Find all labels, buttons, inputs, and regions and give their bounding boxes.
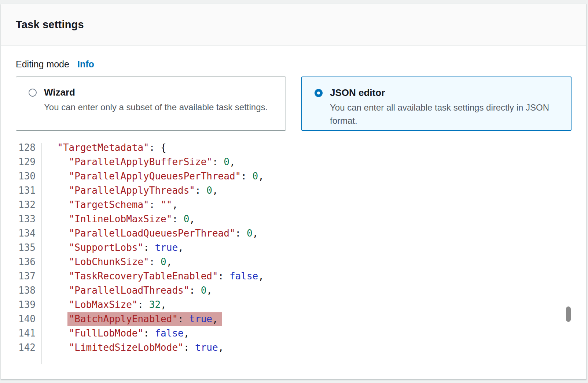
task-settings-panel: Task settings Editing mode Info Wizard Y… <box>1 4 587 379</box>
line-number: 141 <box>1 326 41 341</box>
line-number: 129 <box>1 155 41 169</box>
json-editor-option-label: JSON editor <box>330 87 385 98</box>
line-number: 132 <box>1 198 41 212</box>
line-number: 131 <box>1 183 41 198</box>
code-line: 137 "TaskRecoveryTableEnabled": false, <box>1 269 586 283</box>
line-number: 136 <box>1 255 41 269</box>
wizard-option-label: Wizard <box>44 87 75 98</box>
wizard-option-head: Wizard <box>29 87 286 98</box>
editing-mode-row: Editing mode Info <box>16 59 572 70</box>
info-link[interactable]: Info <box>77 59 94 70</box>
code-line: 129 "ParallelApplyBufferSize": 0, <box>1 155 586 169</box>
json-editor-content: 128 "TargetMetadata": {129 "ParallelAppl… <box>1 141 586 355</box>
highlighted-code: "BatchApplyEnabled": true, <box>67 312 222 326</box>
line-number: 130 <box>1 169 41 183</box>
editing-mode-options: Wizard You can enter only a subset of th… <box>16 77 572 131</box>
line-number: 128 <box>1 141 41 155</box>
json-editor-option-description: You can enter all available task setting… <box>330 101 557 127</box>
code-line: 140 "BatchApplyEnabled": true, <box>1 312 586 326</box>
json-code-editor[interactable]: 128 "TargetMetadata": {129 "ParallelAppl… <box>1 141 586 364</box>
code-line: 130 "ParallelApplyQueuesPerThread": 0, <box>1 169 586 183</box>
code-line: 134 "ParallelLoadQueuesPerThread": 0, <box>1 226 586 241</box>
line-number: 135 <box>1 241 41 255</box>
json-editor-option-card[interactable]: JSON editor You can enter all available … <box>301 77 572 131</box>
code-line: 138 "ParallelLoadThreads": 0, <box>1 283 586 298</box>
code-line: 133 "InlineLobMaxSize": 0, <box>1 212 586 226</box>
code-line: 141 "FullLobMode": false, <box>1 326 586 341</box>
radio-selected-icon[interactable] <box>315 89 323 97</box>
code-line: 142 "LimitedSizeLobMode": true, <box>1 341 586 355</box>
line-number: 140 <box>1 312 41 326</box>
code-line: 132 "TargetSchema": "", <box>1 198 586 212</box>
panel-header: Task settings <box>1 4 586 46</box>
page-title: Task settings <box>16 19 84 31</box>
scrollbar-thumb[interactable] <box>566 306 571 322</box>
code-line: 135 "SupportLobs": true, <box>1 241 586 255</box>
line-number: 133 <box>1 212 41 226</box>
json-editor-option-head: JSON editor <box>315 87 571 98</box>
line-number: 139 <box>1 298 41 312</box>
line-number: 138 <box>1 283 41 298</box>
line-number: 137 <box>1 269 41 283</box>
wizard-option-card[interactable]: Wizard You can enter only a subset of th… <box>16 77 286 131</box>
code-line: 136 "LobChunkSize": 0, <box>1 255 586 269</box>
wizard-option-description: You can enter only a subset of the avail… <box>44 101 275 114</box>
code-line: 128 "TargetMetadata": { <box>1 141 586 155</box>
radio-unselected-icon[interactable] <box>29 89 37 97</box>
line-number: 142 <box>1 341 41 355</box>
editing-mode-label: Editing mode <box>16 59 69 70</box>
gutter-divider <box>41 143 42 364</box>
line-number: 134 <box>1 226 41 241</box>
code-line: 131 "ParallelApplyThreads": 0, <box>1 183 586 198</box>
code-line: 139 "LobMaxSize": 32, <box>1 298 586 312</box>
